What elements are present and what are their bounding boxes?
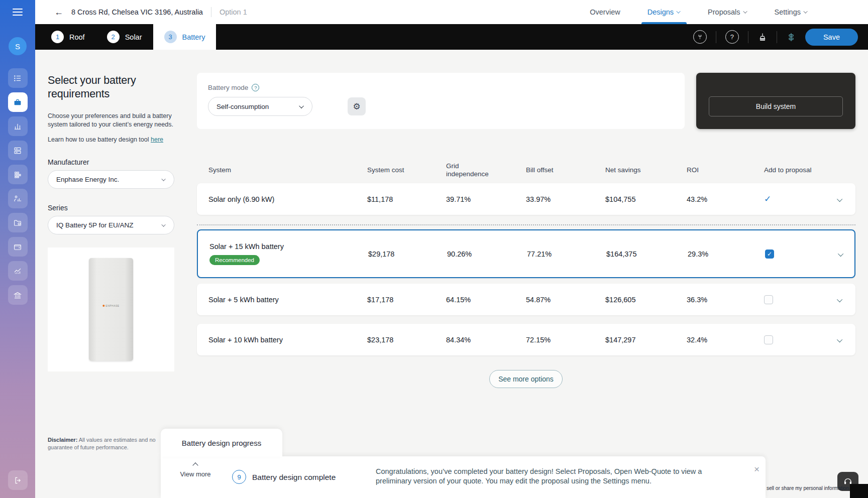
- manufacturer-label: Manufacturer: [48, 158, 175, 166]
- close-icon[interactable]: ×: [754, 464, 759, 474]
- view-more-button[interactable]: View more: [174, 463, 217, 478]
- bank-icon[interactable]: [8, 285, 28, 305]
- system-name: Solar only (6.90 kW): [197, 195, 356, 203]
- bill-offset: 54.87%: [514, 296, 594, 304]
- system-options-table: System System cost Grid independence Bil…: [197, 160, 855, 180]
- wallet-icon[interactable]: [8, 237, 28, 257]
- system-name: Solar + 10 kWh battery: [197, 336, 356, 344]
- bar-chart-icon[interactable]: [8, 116, 28, 136]
- learn-more-line: Learn how to use battery design tool her…: [48, 136, 175, 143]
- chevron-down-icon: [743, 9, 747, 13]
- chevron-down-icon[interactable]: [837, 196, 842, 201]
- step-roof[interactable]: 1 Roof: [40, 24, 96, 50]
- chevron-down-icon: [299, 103, 304, 108]
- grid-independence: 39.71%: [435, 195, 514, 203]
- tab-battery-design-progress[interactable]: Battery design progress: [161, 429, 282, 457]
- design-step-bar: 1 Roof 2 Solar 3 Battery ? Save: [35, 24, 868, 50]
- add-to-proposal-checkbox[interactable]: [764, 335, 773, 344]
- avatar[interactable]: S: [9, 37, 27, 55]
- col-bill-offset: Bill offset: [514, 166, 594, 174]
- system-name: Solar + 15 kWh battery: [209, 242, 284, 251]
- battery-mode-select[interactable]: Self-consumption: [208, 97, 312, 116]
- battery-mode-card: Battery mode ? Self-consumption ⚙: [197, 73, 685, 129]
- see-more-options-button[interactable]: See more options: [489, 370, 563, 388]
- col-grid-independence: Grid independence: [435, 162, 514, 178]
- build-system-card: Build system: [696, 73, 855, 129]
- progress-step-badge: 9: [232, 470, 246, 484]
- briefcase-icon[interactable]: [8, 92, 28, 112]
- top-bar: ← 8 Cross Rd, Chelsea VIC 3196, Australi…: [35, 0, 868, 24]
- nav-proposals[interactable]: Proposals: [708, 0, 747, 24]
- step-solar[interactable]: 2 Solar: [96, 24, 153, 50]
- learn-more-link[interactable]: here: [151, 136, 163, 143]
- series-label: Series: [48, 204, 175, 212]
- table-row-solar-only[interactable]: Solar only (6.90 kW) $11,178 39.71% 33.9…: [197, 183, 855, 215]
- col-system: System: [197, 166, 356, 174]
- menu-icon[interactable]: [0, 0, 35, 24]
- system-cost: $17,178: [356, 296, 435, 304]
- system-cost: $23,178: [356, 336, 435, 344]
- net-savings: $104,755: [594, 195, 675, 203]
- broom-icon[interactable]: [757, 32, 768, 42]
- add-to-proposal-checkbox[interactable]: ✓: [765, 250, 774, 259]
- system-cost: $11,178: [356, 195, 435, 203]
- table-row-5kwh-battery[interactable]: Solar + 5 kWh battery $17,178 64.15% 54.…: [197, 284, 855, 315]
- net-savings: $147,297: [594, 336, 675, 344]
- divider: [716, 31, 716, 43]
- sidebar-nav: [8, 68, 28, 305]
- privacy-link[interactable]: sell or share my personal information: [767, 485, 849, 491]
- nav-designs[interactable]: Designs: [647, 0, 681, 24]
- battery-product-card: ENPHASE: [48, 247, 174, 371]
- help-icon[interactable]: ?: [725, 30, 739, 44]
- manufacturer-select[interactable]: Enphase Energy Inc.: [48, 170, 174, 189]
- folder-settings-icon[interactable]: [8, 213, 28, 232]
- step-battery[interactable]: 3 Battery: [153, 24, 216, 50]
- table-row-10kwh-battery[interactable]: Solar + 10 kWh battery $23,178 84.34% 72…: [197, 324, 855, 355]
- battery-brand-label: ENPHASE: [102, 304, 119, 307]
- logout-icon[interactable]: [8, 470, 28, 490]
- col-net-savings: Net savings: [594, 166, 675, 174]
- check-icon: ✓: [764, 194, 771, 204]
- battery-product-image: ENPHASE: [89, 258, 133, 361]
- bill-offset: 33.97%: [514, 195, 594, 203]
- back-arrow-icon[interactable]: ←: [54, 8, 63, 17]
- build-system-button[interactable]: Build system: [709, 96, 843, 116]
- requirements-panel: Select your battery requirements Choose …: [48, 50, 175, 371]
- plug-icon[interactable]: [693, 30, 707, 44]
- corner-overlay: [850, 484, 868, 498]
- info-icon[interactable]: ?: [252, 84, 259, 91]
- chevron-up-icon: [192, 462, 198, 468]
- table-row-15kwh-battery[interactable]: Solar + 15 kWh battery Recommended $29,1…: [197, 229, 855, 278]
- chevron-down-icon[interactable]: [838, 251, 843, 256]
- project-address: 8 Cross Rd, Chelsea VIC 3196, Australia: [71, 8, 203, 16]
- progress-status: Battery design complete: [252, 473, 336, 482]
- main-nav: Overview Designs Proposals Settings: [590, 0, 808, 24]
- save-button[interactable]: Save: [805, 29, 858, 46]
- battery-design-progress-panel: View more 9 Battery design complete Cong…: [161, 456, 766, 498]
- dotted-divider: [197, 224, 855, 225]
- bill-offset: 77.21%: [515, 250, 595, 258]
- series-select[interactable]: IQ Battery 5P for EU/ANZ: [48, 216, 174, 234]
- chevron-down-icon: [161, 177, 165, 181]
- chevron-down-icon[interactable]: [837, 296, 842, 302]
- roi: 29.3%: [676, 250, 753, 258]
- grid-independence: 64.15%: [435, 296, 514, 304]
- progress-message: Congratulations, you’ve completed your b…: [376, 467, 717, 486]
- roi: 43.2%: [675, 195, 752, 203]
- page-title: Select your battery requirements: [48, 74, 175, 101]
- list-icon[interactable]: [8, 68, 28, 88]
- server-rows-icon[interactable]: [8, 141, 28, 160]
- filter-settings-icon[interactable]: [786, 32, 796, 42]
- bill-offset: 72.15%: [514, 336, 594, 344]
- col-add-to-proposal: Add to proposal: [752, 166, 827, 174]
- gear-icon[interactable]: ⚙: [348, 97, 366, 115]
- chevron-down-icon[interactable]: [837, 336, 842, 342]
- roi: 32.4%: [675, 336, 752, 344]
- nav-overview[interactable]: Overview: [590, 0, 620, 24]
- team-report-icon[interactable]: [8, 189, 28, 208]
- add-to-proposal-checkbox[interactable]: [764, 295, 773, 304]
- trend-chart-icon[interactable]: [8, 261, 28, 281]
- building-grid-icon[interactable]: [8, 165, 28, 184]
- nav-settings[interactable]: Settings: [775, 0, 808, 24]
- main-content: Select your battery requirements Choose …: [35, 50, 868, 498]
